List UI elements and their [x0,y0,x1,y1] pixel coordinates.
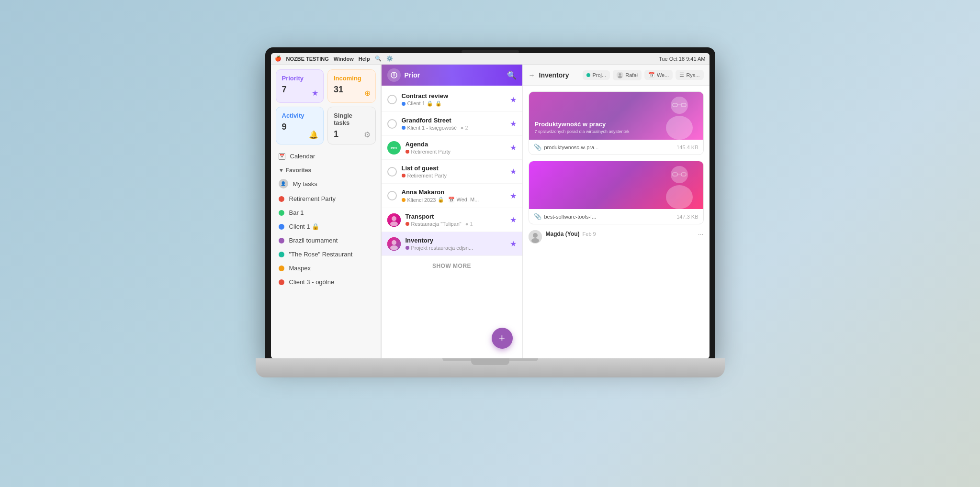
attachment-clip-1: 📎 [534,144,541,151]
attachment-bg-2 [529,161,703,209]
svg-point-24 [531,238,539,243]
tab-proj[interactable]: Proj... [583,70,610,80]
activity-card-icon: 🔔 [309,130,318,139]
task-meta-dot-3 [406,150,409,154]
rose-dot [279,252,284,257]
comment-author: Magda (You) [546,231,580,237]
svg-point-23 [533,233,538,238]
middle-panel: Prior 🔍 Contract review Cl [382,65,523,358]
tab-rys[interactable]: ☰ Rys... [676,70,703,80]
retirement-party-dot [279,196,284,202]
comment-avatar [529,230,542,244]
single-tasks-card[interactable]: Single tasks 1 ⚙ [327,107,376,144]
retirement-party-label: Retirement Party [289,195,336,202]
priority-card[interactable]: Priority 7 ★ [276,69,324,103]
middle-search-icon[interactable]: 🔍 [507,71,517,80]
incoming-card[interactable]: Incoming 31 ⊕ [327,69,376,103]
task-item-transport[interactable]: Transport Restauracja "Tulipan" ● 1 ★ [382,208,522,232]
tab-proj-dot [586,73,590,77]
task-item-anna[interactable]: Anna Makaron Klienci 2023 🔒 📅 Wed, M... … [382,184,522,208]
menubar-left: 🍎 NOZBE TESTING Window Help 🔍 ⚙️ [275,55,393,62]
task-item-agenda[interactable]: em Agenda Retirement Party ★ [382,136,522,160]
task-checkbox-2[interactable] [387,119,397,129]
rose-label: "The Rose" Restaurant [289,251,353,258]
comment-header: Magda (You) Feb 9 ··· [546,230,704,238]
task-item-contract-review[interactable]: Contract review Client 1 🔒 🔒 ★ [382,88,522,112]
task-meta-dot-4 [402,174,406,177]
gear-icon[interactable]: ⚙️ [386,55,393,62]
sidebar-cards: Priority 7 ★ Incoming 31 ⊕ Activity [271,69,381,149]
search-icon[interactable]: 🔍 [375,55,382,62]
attachment-card-1: Produktywność w pracy 7 sprawdzonych por… [529,91,704,155]
svg-point-11 [618,76,622,78]
task-checkbox-1[interactable] [387,95,397,104]
activity-card[interactable]: Activity 9 🔔 [276,107,324,144]
right-panel-header: → Inventory Proj... [523,65,710,86]
task-star-6[interactable]: ★ [510,215,517,224]
transport-avatar-img [387,213,401,227]
sidebar-item-retirement-party[interactable]: Retirement Party [271,192,381,206]
help-menu[interactable]: Help [359,56,370,62]
task-item-grandford[interactable]: Grandford Street Klient 1 - księgowość ●… [382,112,522,136]
task-item-list-of-guest[interactable]: List of guest Retirement Party ★ [382,160,522,184]
svg-point-13 [666,116,693,140]
sidebar-item-client-3[interactable]: Client 3 - ogólne [271,275,381,289]
tab-rys-label: Rys... [686,72,699,78]
priority-card-icon: ★ [312,89,318,98]
screen-bezel: 🍎 NOZBE TESTING Window Help 🔍 ⚙️ Tue Oct… [265,47,715,358]
back-arrow[interactable]: → [529,71,535,79]
sidebar-item-brazil[interactable]: Brazil tournament [271,233,381,247]
show-more-button[interactable]: SHOW MORE [382,256,522,276]
attachment-image-1: Produktywność w pracy 7 sprawdzonych por… [529,92,703,140]
task-meta-3: Retirement Party [406,149,505,155]
my-tasks-label: My tasks [293,180,317,188]
task-checkbox-5[interactable] [387,191,397,200]
add-task-fab[interactable]: + [492,328,513,349]
maspex-dot [279,266,284,271]
sidebar-item-my-tasks[interactable]: 👤 My tasks [271,176,381,192]
svg-point-12 [671,97,688,114]
window-menu[interactable]: Window [334,56,354,62]
task-star-3[interactable]: ★ [510,143,517,152]
tab-rafal[interactable]: Rafał [613,70,642,80]
task-item-inventory[interactable]: Inventory Projekt restauracja cdjsn... ★ [382,232,522,256]
task-name-3: Agenda [406,141,505,148]
task-star-7[interactable]: ★ [510,239,517,248]
svg-point-17 [671,166,688,183]
tab-we[interactable]: 📅 We... [644,70,673,80]
sidebar-item-bar-1[interactable]: Bar 1 [271,206,381,220]
apple-menu[interactable]: 🍎 [275,55,282,62]
task-star-2[interactable]: ★ [510,119,517,128]
middle-header-icon [387,68,401,82]
task-content-7: Inventory Projekt restauracja cdjsn... [406,237,505,251]
laptop-notch [471,358,509,365]
comment-more-button[interactable]: ··· [698,230,704,238]
svg-point-10 [619,73,621,76]
task-extra-6: ● 1 [465,221,473,227]
tab-proj-label: Proj... [592,72,606,78]
task-star-4[interactable]: ★ [510,167,517,176]
task-star-5[interactable]: ★ [510,191,517,200]
rafal-avatar-svg [617,72,623,78]
task-list: Contract review Client 1 🔒 🔒 ★ [382,86,522,358]
menubar: 🍎 NOZBE TESTING Window Help 🔍 ⚙️ Tue Oct… [271,53,710,65]
inventory-avatar-img [387,237,401,251]
sidebar-item-rose-restaurant[interactable]: "The Rose" Restaurant [271,247,381,261]
client-1-label: Client 1 🔒 [289,223,320,230]
sidebar-item-client-1[interactable]: Client 1 🔒 [271,220,381,233]
attachment-size-2: 147.3 KB [676,214,698,220]
comment-section: Magda (You) Feb 9 ··· [529,230,704,244]
comment-body: Magda (You) Feb 9 ··· [546,230,704,244]
attachment-card-2: 📎 best-software-tools-f... 147.3 KB [529,161,704,224]
priority-card-title: Priority [282,75,318,82]
calendar-label: Calendar [290,153,315,160]
task-meta-dot-6 [406,222,409,226]
comment-item-1: Magda (You) Feb 9 ··· [529,230,704,244]
task-extra-2: ● 2 [461,125,468,131]
task-star-1[interactable]: ★ [510,95,517,104]
sidebar-item-calendar[interactable]: 📅 Calendar [271,149,381,163]
middle-header-title: Prior [405,71,503,79]
task-checkbox-4[interactable] [387,167,397,177]
task-lock-1: 🔒 [435,100,442,107]
sidebar-item-maspex[interactable]: Maspex [271,261,381,275]
